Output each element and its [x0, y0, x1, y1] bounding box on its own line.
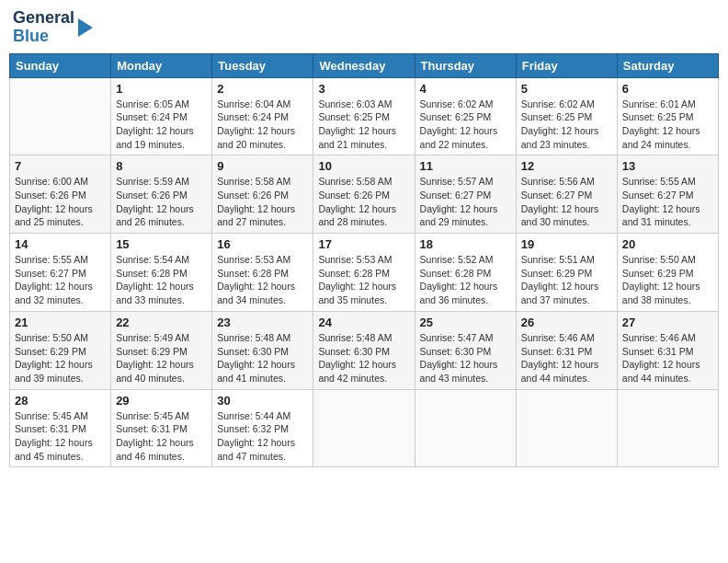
day-number: 18	[420, 237, 511, 251]
calendar-day-cell: 2Sunrise: 6:04 AM Sunset: 6:24 PM Daylig…	[212, 77, 313, 155]
day-number: 9	[217, 159, 308, 173]
calendar-week-row: 14Sunrise: 5:55 AM Sunset: 6:27 PM Dayli…	[10, 234, 719, 312]
day-number: 7	[15, 159, 106, 173]
svg-marker-0	[78, 18, 93, 37]
calendar-day-cell: 6Sunrise: 6:01 AM Sunset: 6:25 PM Daylig…	[617, 77, 718, 155]
weekday-header-sunday: Sunday	[10, 53, 111, 77]
calendar-day-cell: 7Sunrise: 6:00 AM Sunset: 6:26 PM Daylig…	[10, 155, 111, 234]
weekday-header-saturday: Saturday	[617, 53, 718, 77]
weekday-header-wednesday: Wednesday	[313, 53, 415, 77]
calendar-table: SundayMondayTuesdayWednesdayThursdayFrid…	[9, 53, 719, 468]
calendar-day-cell: 5Sunrise: 6:02 AM Sunset: 6:25 PM Daylig…	[516, 77, 617, 155]
day-number: 26	[521, 316, 612, 329]
day-info: Sunrise: 5:56 AM Sunset: 6:27 PM Dayligh…	[521, 175, 612, 229]
day-info: Sunrise: 5:45 AM Sunset: 6:31 PM Dayligh…	[15, 409, 106, 464]
day-info: Sunrise: 5:59 AM Sunset: 6:26 PM Dayligh…	[116, 175, 207, 229]
day-number: 6	[622, 82, 713, 96]
day-number: 11	[420, 159, 511, 173]
calendar-week-row: 28Sunrise: 5:45 AM Sunset: 6:31 PM Dayli…	[10, 389, 719, 467]
calendar-week-row: 7Sunrise: 6:00 AM Sunset: 6:26 PM Daylig…	[10, 155, 719, 234]
calendar-day-cell: 25Sunrise: 5:47 AM Sunset: 6:30 PM Dayli…	[415, 311, 516, 389]
calendar-day-cell: 17Sunrise: 5:53 AM Sunset: 6:28 PM Dayli…	[313, 234, 415, 312]
day-info: Sunrise: 5:55 AM Sunset: 6:27 PM Dayligh…	[622, 175, 713, 229]
day-number: 5	[521, 82, 612, 96]
day-info: Sunrise: 5:48 AM Sunset: 6:30 PM Dayligh…	[217, 331, 308, 385]
day-number: 17	[318, 237, 409, 251]
calendar-day-cell: 30Sunrise: 5:44 AM Sunset: 6:32 PM Dayli…	[212, 389, 313, 467]
calendar-day-cell: 20Sunrise: 5:50 AM Sunset: 6:29 PM Dayli…	[617, 234, 718, 312]
day-number: 15	[116, 237, 207, 251]
calendar-day-cell	[415, 389, 516, 467]
calendar-day-cell: 16Sunrise: 5:53 AM Sunset: 6:28 PM Dayli…	[212, 234, 313, 312]
day-info: Sunrise: 5:58 AM Sunset: 6:26 PM Dayligh…	[318, 175, 409, 229]
weekday-header-friday: Friday	[516, 53, 617, 77]
calendar-day-cell: 19Sunrise: 5:51 AM Sunset: 6:29 PM Dayli…	[516, 234, 617, 312]
day-info: Sunrise: 5:44 AM Sunset: 6:32 PM Dayligh…	[217, 409, 308, 464]
day-info: Sunrise: 6:05 AM Sunset: 6:24 PM Dayligh…	[116, 98, 207, 152]
calendar-day-cell: 22Sunrise: 5:49 AM Sunset: 6:29 PM Dayli…	[111, 311, 212, 389]
day-number: 12	[521, 159, 612, 173]
calendar-day-cell: 21Sunrise: 5:50 AM Sunset: 6:29 PM Dayli…	[10, 311, 111, 389]
day-info: Sunrise: 5:55 AM Sunset: 6:27 PM Dayligh…	[15, 253, 106, 307]
day-info: Sunrise: 5:58 AM Sunset: 6:26 PM Dayligh…	[217, 175, 308, 229]
day-number: 20	[622, 237, 713, 251]
day-info: Sunrise: 5:46 AM Sunset: 6:31 PM Dayligh…	[521, 331, 612, 385]
day-number: 25	[420, 316, 511, 329]
day-number: 4	[420, 82, 511, 96]
day-info: Sunrise: 6:00 AM Sunset: 6:26 PM Dayligh…	[15, 175, 106, 229]
calendar-day-cell: 3Sunrise: 6:03 AM Sunset: 6:25 PM Daylig…	[313, 77, 415, 155]
calendar-day-cell: 12Sunrise: 5:56 AM Sunset: 6:27 PM Dayli…	[516, 155, 617, 234]
day-info: Sunrise: 5:50 AM Sunset: 6:29 PM Dayligh…	[622, 253, 713, 307]
day-info: Sunrise: 6:01 AM Sunset: 6:25 PM Dayligh…	[622, 98, 713, 152]
calendar-day-cell	[516, 389, 617, 467]
day-info: Sunrise: 5:49 AM Sunset: 6:29 PM Dayligh…	[116, 331, 207, 385]
weekday-header-monday: Monday	[111, 53, 212, 77]
day-number: 29	[116, 394, 207, 408]
day-info: Sunrise: 5:54 AM Sunset: 6:28 PM Dayligh…	[116, 253, 207, 307]
day-number: 13	[622, 159, 713, 173]
day-info: Sunrise: 5:47 AM Sunset: 6:30 PM Dayligh…	[420, 331, 511, 385]
day-number: 22	[116, 316, 207, 329]
calendar-day-cell	[10, 77, 111, 155]
day-number: 2	[217, 82, 308, 96]
day-number: 24	[318, 316, 409, 329]
calendar-day-cell: 23Sunrise: 5:48 AM Sunset: 6:30 PM Dayli…	[212, 311, 313, 389]
calendar-day-cell: 24Sunrise: 5:48 AM Sunset: 6:30 PM Dayli…	[313, 311, 415, 389]
calendar-week-row: 1Sunrise: 6:05 AM Sunset: 6:24 PM Daylig…	[10, 77, 719, 155]
day-number: 28	[15, 394, 106, 408]
calendar-day-cell: 29Sunrise: 5:45 AM Sunset: 6:31 PM Dayli…	[111, 389, 212, 467]
day-info: Sunrise: 5:52 AM Sunset: 6:28 PM Dayligh…	[420, 253, 511, 307]
logo-text: GeneralBlue	[13, 9, 74, 46]
calendar-week-row: 21Sunrise: 5:50 AM Sunset: 6:29 PM Dayli…	[10, 311, 719, 389]
calendar-day-cell	[617, 389, 718, 467]
calendar-day-cell: 4Sunrise: 6:02 AM Sunset: 6:25 PM Daylig…	[415, 77, 516, 155]
day-number: 1	[116, 82, 207, 96]
calendar-day-cell: 13Sunrise: 5:55 AM Sunset: 6:27 PM Dayli…	[617, 155, 718, 234]
calendar-day-cell: 27Sunrise: 5:46 AM Sunset: 6:31 PM Dayli…	[617, 311, 718, 389]
calendar-day-cell	[313, 389, 415, 467]
page-header: GeneralBlue	[9, 9, 719, 46]
day-info: Sunrise: 5:53 AM Sunset: 6:28 PM Dayligh…	[318, 253, 409, 307]
day-number: 16	[217, 237, 308, 251]
day-number: 10	[318, 159, 409, 173]
day-number: 23	[217, 316, 308, 329]
calendar-day-cell: 8Sunrise: 5:59 AM Sunset: 6:26 PM Daylig…	[111, 155, 212, 234]
day-info: Sunrise: 5:51 AM Sunset: 6:29 PM Dayligh…	[521, 253, 612, 307]
logo-arrow-icon	[78, 15, 97, 40]
day-info: Sunrise: 5:50 AM Sunset: 6:29 PM Dayligh…	[15, 331, 106, 385]
weekday-header-thursday: Thursday	[415, 53, 516, 77]
weekday-header-tuesday: Tuesday	[212, 53, 313, 77]
day-number: 30	[217, 394, 308, 408]
calendar-day-cell: 14Sunrise: 5:55 AM Sunset: 6:27 PM Dayli…	[10, 234, 111, 312]
day-number: 21	[15, 316, 106, 329]
day-info: Sunrise: 5:46 AM Sunset: 6:31 PM Dayligh…	[622, 331, 713, 385]
day-number: 19	[521, 237, 612, 251]
calendar-day-cell: 26Sunrise: 5:46 AM Sunset: 6:31 PM Dayli…	[516, 311, 617, 389]
day-number: 14	[15, 237, 106, 251]
calendar-day-cell: 1Sunrise: 6:05 AM Sunset: 6:24 PM Daylig…	[111, 77, 212, 155]
calendar-day-cell: 10Sunrise: 5:58 AM Sunset: 6:26 PM Dayli…	[313, 155, 415, 234]
day-info: Sunrise: 6:02 AM Sunset: 6:25 PM Dayligh…	[521, 98, 612, 152]
calendar-day-cell: 11Sunrise: 5:57 AM Sunset: 6:27 PM Dayli…	[415, 155, 516, 234]
calendar-day-cell: 18Sunrise: 5:52 AM Sunset: 6:28 PM Dayli…	[415, 234, 516, 312]
day-info: Sunrise: 5:57 AM Sunset: 6:27 PM Dayligh…	[420, 175, 511, 229]
